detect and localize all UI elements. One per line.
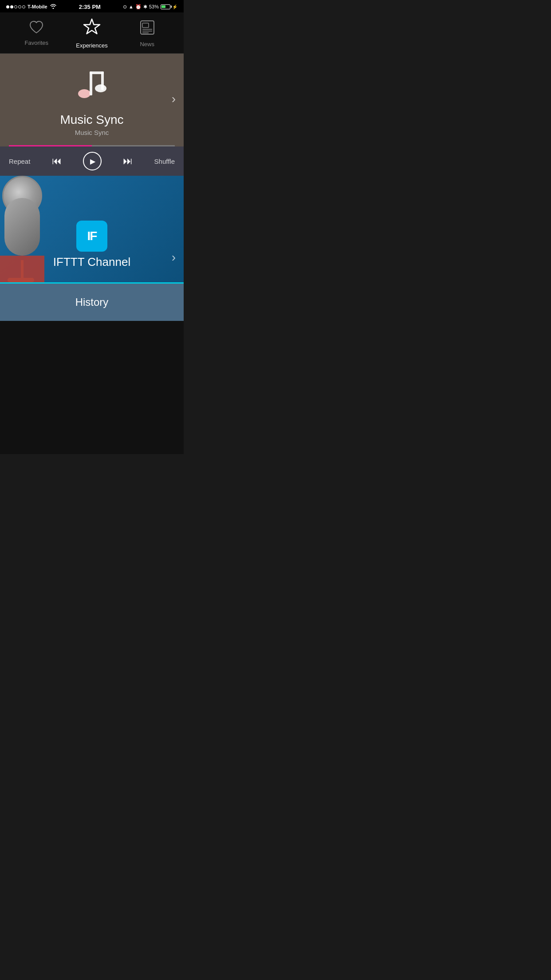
charging-icon: ⚡	[172, 4, 177, 9]
tab-experiences-label: Experiences	[76, 42, 108, 49]
battery-percent: 53%	[149, 4, 159, 9]
history-button[interactable]: History	[0, 284, 184, 321]
play-icon: ▶	[90, 157, 95, 166]
carrier-label: T-Mobile	[28, 4, 47, 9]
status-left: T-Mobile	[6, 4, 57, 10]
signal-dot-1	[6, 5, 9, 8]
svg-rect-1	[142, 23, 149, 28]
lock-icon: ⊙	[123, 4, 127, 10]
progress-fill	[9, 145, 92, 146]
news-icon	[139, 19, 156, 38]
wifi-icon	[50, 4, 57, 10]
ifttt-title: IFTTT Channel	[53, 255, 130, 269]
signal-dot-5	[22, 5, 25, 8]
play-button[interactable]: ▶	[83, 152, 102, 170]
heart-icon	[28, 20, 44, 37]
tab-favorites-label: Favorites	[25, 40, 48, 46]
star-icon	[82, 18, 102, 40]
ifttt-card[interactable]: IF IFTTT Channel ›	[0, 176, 184, 282]
ifttt-content: IF IFTTT Channel	[0, 221, 184, 269]
location-icon: ▲	[129, 4, 134, 9]
music-note-icon	[72, 63, 112, 108]
main-content: Music Sync Music Sync › Repeat ⏮ ▶ ⏭ Shu…	[0, 54, 184, 321]
music-controls: Repeat ⏮ ▶ ⏭ Shuffle	[0, 146, 184, 176]
music-card-arrow[interactable]: ›	[172, 91, 176, 106]
signal-dot-3	[14, 5, 17, 8]
ifttt-logo-text: IF	[87, 229, 97, 243]
bottom-area	[0, 321, 184, 454]
next-button[interactable]: ⏭	[123, 155, 133, 167]
svg-point-6	[95, 84, 106, 92]
progress-bar	[9, 145, 175, 146]
ifttt-logo: IF	[76, 221, 107, 252]
tab-experiences[interactable]: Experiences	[64, 18, 120, 49]
repeat-label[interactable]: Repeat	[9, 158, 30, 165]
status-right: ⊙ ▲ ⏰ ✱ 53% ⚡	[123, 4, 177, 10]
tab-news-label: News	[140, 41, 154, 47]
signal-dots	[6, 5, 25, 8]
signal-dot-2	[10, 5, 13, 8]
alarm-icon: ⏰	[135, 4, 142, 10]
ifttt-card-arrow[interactable]: ›	[172, 250, 176, 265]
svg-rect-9	[101, 71, 104, 90]
tab-favorites[interactable]: Favorites	[9, 20, 64, 46]
bluetooth-icon: ✱	[143, 4, 147, 10]
svg-rect-7	[90, 71, 92, 95]
history-label: History	[75, 296, 109, 308]
shuffle-label[interactable]: Shuffle	[154, 158, 175, 165]
music-sync-title: Music Sync	[60, 113, 123, 127]
svg-point-5	[78, 89, 91, 98]
prev-button[interactable]: ⏮	[52, 155, 62, 167]
nav-tabs: Favorites Experiences News	[0, 12, 184, 54]
signal-dot-4	[18, 5, 21, 8]
music-sync-subtitle: Music Sync	[75, 129, 109, 136]
status-bar: T-Mobile 2:35 PM ⊙ ▲ ⏰ ✱ 53% ⚡	[0, 0, 184, 12]
time-display: 2:35 PM	[79, 4, 101, 10]
music-sync-card[interactable]: Music Sync Music Sync ›	[0, 54, 184, 146]
music-card-content: Music Sync Music Sync	[9, 63, 175, 145]
battery-indicator	[161, 4, 170, 9]
tab-news[interactable]: News	[119, 19, 175, 47]
